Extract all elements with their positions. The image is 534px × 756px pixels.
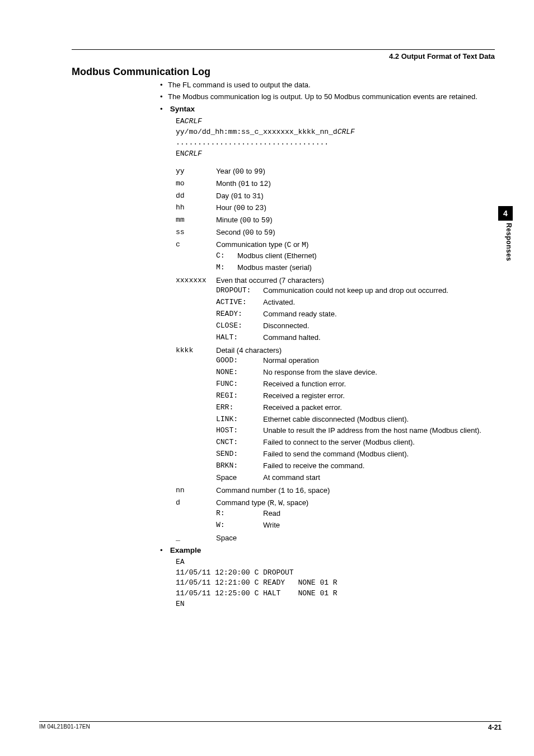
def-xxxxxxx: xxxxxxx Even that occurred (7 characters… [176,276,495,344]
def-kk-send: SEND:Failed to send the command (Modbus … [216,449,495,460]
syntax-line-1: EACRLF [176,116,495,127]
def-d-W: W:Write [216,520,495,531]
page-title: Modbus Communication Log [72,66,495,78]
def-xx-active: ACTIVE:Activated. [216,297,495,308]
definitions: yy Year (00 to 99) mo Month (01 to 12) d… [176,166,495,544]
def-mm: mm Minute (00 to 59) [176,215,495,226]
def-nn: nn Command number (1 to 16, space) [176,486,495,497]
def-kk-none: NONE:No response from the slave device. [216,367,495,378]
section-title: 4.2 Output Format of Text Data [389,52,495,60]
chapter-number: 4 [503,209,508,218]
syntax-heading: Syntax [170,105,195,113]
intro-list: The FL command is used to output the dat… [160,80,495,610]
def-kkkk: kkkk Detail (4 characters) GOOD:Normal o… [176,346,495,484]
def-xx-halt: HALT:Command halted. [216,333,495,343]
intro-bullet-1: The FL command is used to output the dat… [160,80,495,91]
page-number: 4-21 [488,724,502,731]
def-yy: yy Year (00 to 99) [176,166,495,178]
def-xx-ready: READY:Command ready state. [216,309,495,320]
syntax-line-4: ENCRLF [176,148,495,160]
def-kk-host: HOST:Unable to result the IP address fro… [216,426,495,436]
def-dd: dd Day (01 to 31) [176,191,495,202]
syntax-item: Syntax EACRLF yy/mo/dd_hh:mm:ss_c_xxxxxx… [160,104,495,544]
def-mo: mo Month (01 to 12) [176,179,495,190]
page: 4.2 Output Format of Text Data Modbus Co… [0,0,534,756]
running-header: 4.2 Output Format of Text Data [72,52,495,60]
header-rule [72,49,495,50]
def-kk-err: ERR:Received a packet error. [216,403,495,413]
def-c: c Communication type (C or M) C:Modbus c… [176,240,495,274]
def-hh: hh Hour (00 to 23) [176,203,495,214]
chapter-tab: 4 [498,206,513,221]
def-kk-func: FUNC:Received a function error. [216,379,495,390]
example-heading: Example [170,546,202,554]
body-content: The FL command is used to output the dat… [160,80,495,610]
intro-bullet-2: The Modbus communication log is output. … [160,92,495,102]
syntax-block: EACRLF yy/mo/dd_hh:mm:ss_c_xxxxxxx_kkkk_… [176,116,495,160]
def-kk-link: LINK:Ethernet cable disconnected (Modbus… [216,414,495,425]
footer-rule [39,721,502,722]
chapter-label: Responses [505,223,513,262]
def-kk-cnct: CNCT:Failed to connect to the server (Mo… [216,437,495,448]
def-kk-good: GOOD:Normal operation [216,356,495,366]
def-xx-close: CLOSE:Disconnected. [216,321,495,332]
syntax-line-2: yy/mo/dd_hh:mm:ss_c_xxxxxxx_kkkk_nn_dCRL… [176,127,495,138]
def-d-R: R:Read [216,508,495,519]
example-lines: EA 11/05/11 12:20:00 C DROPOUT 11/05/11 … [176,557,495,610]
def-xx-dropout: DROPOUT:Communication could not keep up … [216,286,495,296]
def-underscore: _ Space [176,533,495,544]
syntax-line-3: ................................... [176,138,495,148]
doc-id: IM 04L21B01-17EN [39,724,90,731]
def-ss: ss Second (00 to 59) [176,227,495,239]
example-block: EA 11/05/11 12:20:00 C DROPOUT 11/05/11 … [176,557,495,610]
def-kk-brkn: BRKN:Failed to receive the command. [216,461,495,472]
def-c-M: M:Modbus master (serial) [216,263,495,273]
def-kk-space: SpaceAt command start [216,473,495,483]
def-kk-regi: REGI:Received a register error. [216,391,495,402]
page-footer: IM 04L21B01-17EN 4-21 [39,721,502,731]
example-item: Example EA 11/05/11 12:20:00 C DROPOUT 1… [160,545,495,610]
def-d: d Command type (R, W, space) R:Read W:Wr… [176,498,495,533]
def-c-C: C:Modbus client (Ethernet) [216,251,495,262]
